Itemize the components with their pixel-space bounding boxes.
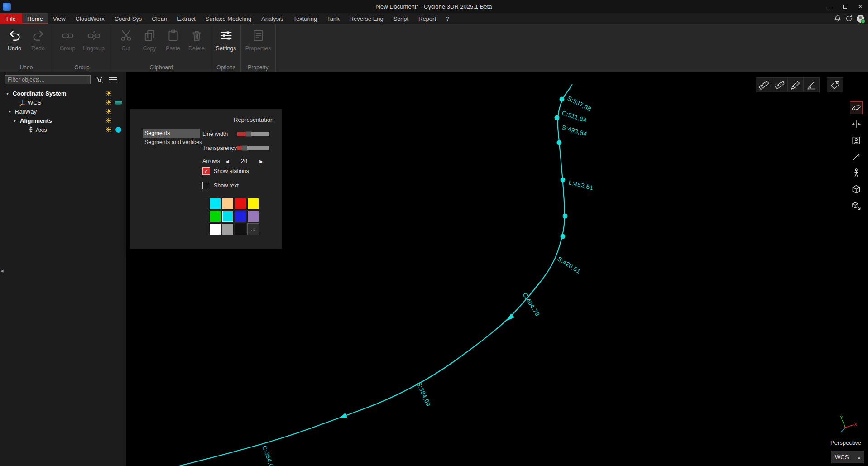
coordinate-system-selector[interactable]: WCS ▴ (831, 451, 864, 463)
measure-ruler-button[interactable] (756, 77, 772, 92)
paste-button[interactable]: Paste (161, 27, 185, 64)
menu-item-extract[interactable]: Extract (172, 13, 200, 24)
orbit-tool-button[interactable] (850, 101, 863, 114)
station-dot[interactable] (557, 140, 562, 145)
chevron-down-icon[interactable]: ▾ (9, 109, 15, 114)
visibility-sun-icon[interactable] (106, 127, 111, 132)
walk-mode-button[interactable] (850, 167, 863, 179)
menu-item-tank[interactable]: Tank (322, 13, 344, 24)
user-avatar[interactable] (857, 15, 864, 23)
menu-item-file[interactable]: File (0, 13, 22, 24)
color-swatch[interactable] (247, 211, 259, 222)
color-swatch[interactable] (209, 223, 221, 235)
station-label: S:384,09 (415, 381, 432, 407)
copy-button[interactable]: Copy (138, 27, 161, 64)
direction-arrow-marker (505, 313, 515, 322)
hamburger-menu-icon[interactable] (109, 77, 117, 82)
color-swatch[interactable] (235, 223, 246, 235)
station-dot[interactable] (561, 178, 566, 183)
menu-item-reverse-eng[interactable]: Reverse Eng (345, 13, 388, 24)
group-button[interactable]: Group (56, 27, 79, 64)
menu-item-coord-sys[interactable]: Coord Sys (110, 13, 147, 24)
label-tag-button[interactable] (827, 77, 843, 92)
tree-item-axis[interactable]: Axis (0, 125, 126, 134)
cut-button[interactable]: Cut (114, 27, 138, 64)
station-dot[interactable] (561, 234, 566, 239)
menu-item-?[interactable]: ? (441, 13, 454, 24)
settings-button[interactable]: Settings (214, 27, 238, 64)
tree-item-alignments[interactable]: ▾Alignments (0, 116, 126, 125)
visibility-sun-icon[interactable] (106, 91, 111, 96)
station-dot[interactable] (560, 97, 565, 102)
fly-mode-button[interactable] (850, 150, 863, 163)
checkbox-box[interactable]: ✓ (202, 167, 210, 175)
color-swatch[interactable] (247, 198, 259, 210)
color-swatch[interactable] (209, 198, 221, 210)
station-dot[interactable] (563, 214, 568, 219)
representation-dialog: Representation SegmentsSegments and vert… (130, 109, 282, 249)
show-text-checkbox[interactable]: Show text (202, 182, 239, 189)
menu-item-texturing[interactable]: Texturing (288, 13, 322, 24)
menu-item-clean[interactable]: Clean (147, 13, 172, 24)
arrows-increase-button[interactable]: ▶ (259, 159, 263, 164)
tab-segments-and-vertices[interactable]: Segments and vertices (143, 138, 200, 147)
app-icon[interactable] (3, 3, 11, 11)
properties-button[interactable]: Properties (244, 27, 273, 64)
show-stations-checkbox[interactable]: ✓ Show stations (202, 167, 249, 175)
tree-item-coordinate-system[interactable]: ▾Coordinate System (0, 89, 126, 98)
color-swatch[interactable] (209, 211, 221, 222)
iso-view-button[interactable] (850, 183, 863, 196)
more-colors-button[interactable]: ... (247, 223, 259, 235)
line-width-slider[interactable] (237, 132, 269, 136)
ribbon-group-group: Group Ungroup Group (53, 24, 111, 72)
chevron-down-icon[interactable]: ▾ (14, 118, 20, 123)
share-view-button[interactable] (850, 199, 863, 212)
visibility-sun-icon[interactable] (106, 100, 111, 105)
visibility-sun-icon[interactable] (106, 109, 111, 114)
color-swatch[interactable] (235, 198, 246, 210)
menu-item-home[interactable]: Home (22, 13, 48, 24)
measure-angle-button[interactable] (803, 77, 820, 92)
arrows-decrease-button[interactable]: ◀ (225, 159, 229, 164)
filter-input[interactable] (5, 75, 91, 84)
menu-item-script[interactable]: Script (388, 13, 413, 24)
menu-item-cloudworx[interactable]: CloudWorx (71, 13, 110, 24)
redo-button[interactable]: Redo (26, 27, 50, 64)
slider-handle[interactable] (242, 145, 247, 151)
menu-item-surface-modeling[interactable]: Surface Modeling (201, 13, 256, 24)
visibility-sun-icon[interactable] (106, 118, 111, 123)
tree-item-railway[interactable]: ▾RailWay (0, 107, 126, 116)
ribbon-group-label: Undo (0, 64, 53, 71)
filter-funnel-icon[interactable] (96, 76, 104, 83)
chevron-down-icon[interactable]: ▾ (6, 91, 13, 96)
undo-button[interactable]: Undo (3, 27, 26, 64)
tab-segments[interactable]: Segments (143, 129, 200, 138)
view-face-button[interactable] (850, 134, 863, 147)
sync-icon[interactable] (845, 15, 853, 22)
panel-collapse-arrow[interactable]: ◂ (0, 267, 4, 274)
tree-item-wcs[interactable]: WCS (0, 98, 126, 107)
toggle-switch[interactable] (115, 101, 122, 105)
notifications-bell-icon[interactable] (834, 15, 841, 22)
minimize-button[interactable] (822, 0, 837, 13)
close-button[interactable]: × (853, 0, 868, 13)
ungroup-button[interactable]: Ungroup (79, 27, 108, 64)
menu-item-report[interactable]: Report (413, 13, 441, 24)
checkbox-box[interactable] (202, 182, 210, 189)
color-swatch[interactable] (222, 223, 234, 235)
measure-sketch-button[interactable] (787, 77, 804, 92)
menu-item-view[interactable]: View (48, 13, 71, 24)
menu-item-analysis[interactable]: Analysis (256, 13, 288, 24)
ribbon-group-label: Clipboard (111, 64, 211, 71)
delete-button[interactable]: Delete (185, 27, 208, 64)
measure-distance-button[interactable] (772, 77, 788, 92)
color-swatch[interactable] (222, 211, 234, 222)
slider-handle[interactable] (246, 131, 251, 137)
object-color-dot[interactable] (115, 127, 121, 133)
color-swatch[interactable] (235, 211, 246, 222)
maximize-button[interactable] (837, 0, 853, 13)
color-swatch[interactable] (222, 198, 234, 210)
zoom-center-button[interactable] (850, 118, 863, 130)
transparency-slider[interactable] (237, 146, 269, 150)
station-dot[interactable] (555, 115, 560, 120)
